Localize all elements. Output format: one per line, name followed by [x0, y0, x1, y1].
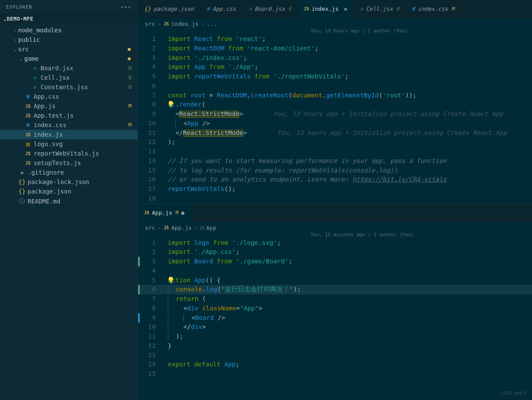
- file-item[interactable]: ⚛Constants.jsxU: [0, 82, 138, 92]
- code-line[interactable]: import Board from './game/Board';: [168, 257, 532, 266]
- code-line[interactable]: console.log("这行日志会打印两次！");: [168, 285, 532, 294]
- code-line[interactable]: </React.StrictMode> You, 13 hours ago • …: [168, 128, 532, 138]
- line-number: 11: [140, 128, 168, 138]
- item-label: .gitignore: [28, 169, 64, 176]
- editor-tab[interactable]: JSindex.js×: [298, 0, 354, 18]
- code-line[interactable]: const root = ReactDOM.createRoot(documen…: [168, 91, 532, 100]
- file-item[interactable]: ⓘREADME.md: [0, 196, 138, 206]
- item-label: logo.svg: [34, 141, 63, 147]
- breadcrumb-item[interactable]: ...: [207, 21, 217, 27]
- file-item[interactable]: #index.cssM: [0, 120, 138, 130]
- code-line[interactable]: return (: [168, 294, 532, 304]
- file-item[interactable]: ⚛Board.jsxU: [0, 63, 138, 73]
- file-item[interactable]: JSApp.jsM: [0, 101, 138, 111]
- editor-tab[interactable]: {}package.json: [138, 0, 201, 18]
- code-line[interactable]: [168, 369, 532, 379]
- code-line[interactable]: import './App.css';: [168, 247, 532, 257]
- file-item[interactable]: JSreportWebVitals.js: [0, 149, 138, 158]
- code-line[interactable]: export default App;: [168, 360, 532, 369]
- code-line[interactable]: [168, 194, 532, 203]
- folder-item[interactable]: ›public: [0, 35, 138, 44]
- line-number: 6: [140, 285, 168, 294]
- code-line[interactable]: import React from 'react';: [168, 34, 532, 44]
- more-icon[interactable]: •••: [120, 4, 132, 10]
- code-line[interactable]: [168, 351, 532, 360]
- breadcrumb-item[interactable]: src: [145, 225, 155, 231]
- line-number: 17: [140, 184, 168, 194]
- breadcrumb-item[interactable]: index.js: [171, 21, 198, 27]
- file-icon: ▧: [24, 141, 32, 147]
- git-status-badge: U: [397, 6, 400, 12]
- code-line[interactable]: );: [168, 332, 532, 341]
- code-line[interactable]: import logo from './logo.svg';: [168, 238, 532, 248]
- file-item[interactable]: {}package.json: [0, 187, 138, 196]
- code-line[interactable]: 💡ot.render(: [168, 100, 532, 109]
- line-number: 1: [140, 238, 168, 248]
- file-item[interactable]: #App.css: [0, 92, 138, 101]
- code-line[interactable]: [168, 147, 532, 156]
- editor-tab[interactable]: #App.css: [201, 0, 243, 18]
- code-line[interactable]: </div>: [168, 322, 532, 332]
- code-line[interactable]: [168, 81, 532, 91]
- file-item[interactable]: ▧logo.svg: [0, 139, 138, 149]
- editor-tab[interactable]: ⚛Cell.jsxU: [354, 0, 406, 18]
- code-editor-top[interactable]: 1import React from 'react';2import React…: [138, 34, 532, 203]
- code-line[interactable]: <App />: [168, 119, 532, 128]
- code-line[interactable]: <Board />: [168, 313, 532, 323]
- folder-item[interactable]: ›node_modules: [0, 25, 138, 35]
- line-number: 4: [140, 266, 168, 276]
- file-item[interactable]: ◈.gitignore: [0, 168, 138, 177]
- codelens-info[interactable]: You, 15 minutes ago | 1 author (You): [138, 231, 532, 238]
- file-item[interactable]: {}package-lock.json: [0, 177, 138, 187]
- chevron-down-icon: ⌄: [12, 47, 18, 52]
- line-number: 3: [140, 257, 168, 266]
- tab-app-js[interactable]: JS App.js M ●: [138, 204, 191, 222]
- file-icon: #: [24, 93, 32, 100]
- code-line[interactable]: 💡nction App() {: [168, 276, 532, 285]
- breadcrumb[interactable]: src › JS index.js › ...: [138, 18, 532, 27]
- line-number: 8: [140, 100, 168, 109]
- code-line[interactable]: <React.StrictMode> You, 13 hours ago • I…: [168, 109, 532, 119]
- breadcrumb-item[interactable]: App: [206, 225, 216, 231]
- project-header[interactable]: ⌄ DEMO-MFE: [0, 14, 138, 24]
- file-item[interactable]: ⚛Cell.jsxU: [0, 73, 138, 82]
- file-item[interactable]: JSindex.js: [0, 130, 138, 139]
- line-number: 13: [140, 147, 168, 156]
- breadcrumb[interactable]: src › JS App.js › ❒ App: [138, 222, 532, 231]
- item-label: App.test.js: [34, 112, 74, 119]
- folder-item[interactable]: ⌄src: [0, 44, 138, 54]
- chevron-right-icon: ›: [12, 28, 18, 33]
- code-line[interactable]: <div className="App">: [168, 304, 532, 313]
- tab-label: index.css: [418, 6, 448, 12]
- code-line[interactable]: import ReactDOM from 'react-dom/client';: [168, 44, 532, 53]
- code-line[interactable]: [168, 266, 532, 276]
- editor-tab[interactable]: #index.cssM: [406, 0, 461, 18]
- code-line[interactable]: // or send to an analytics endpoint. Lea…: [168, 175, 532, 184]
- item-label: Constants.jsx: [41, 84, 88, 91]
- code-line[interactable]: import './index.css';: [168, 53, 532, 63]
- code-line[interactable]: );: [168, 138, 532, 147]
- code-line[interactable]: // If you want to start measuring perfor…: [168, 156, 532, 166]
- codelens-info[interactable]: You, 13 hours ago | 1 author (You): [138, 27, 532, 34]
- file-item[interactable]: JSsetupTests.js: [0, 158, 138, 168]
- tab-bar-secondary: JS App.js M ●: [138, 204, 532, 222]
- breadcrumb-item[interactable]: App.js: [171, 225, 192, 231]
- editor-tab[interactable]: ⚛Board.jsxU: [242, 0, 298, 18]
- item-label: Cell.jsx: [41, 74, 69, 81]
- js-icon: JS: [144, 210, 149, 215]
- chevron-right-icon: ›: [12, 38, 18, 42]
- git-status-badge: M: [129, 103, 132, 109]
- close-icon[interactable]: ×: [344, 6, 347, 12]
- code-editor-bottom[interactable]: 1import logo from './logo.svg';2import '…: [138, 238, 532, 379]
- code-line[interactable]: import App from './App';: [168, 62, 532, 72]
- modified-dot-icon: [128, 57, 131, 60]
- folder-item[interactable]: ⌄game: [0, 54, 138, 63]
- code-line[interactable]: }: [168, 341, 532, 351]
- breadcrumb-item[interactable]: src: [145, 21, 155, 27]
- file-item[interactable]: JSApp.test.js: [0, 111, 138, 120]
- code-line[interactable]: // to log results (for example: reportWe…: [168, 166, 532, 175]
- explorer-header: EXPLORER •••: [0, 0, 138, 14]
- code-line[interactable]: reportWebVitals();: [168, 184, 532, 194]
- editor-pane-top: src › JS index.js › ... You, 13 hours ag…: [138, 18, 532, 203]
- code-line[interactable]: import reportWebVitals from './reportWeb…: [168, 72, 532, 81]
